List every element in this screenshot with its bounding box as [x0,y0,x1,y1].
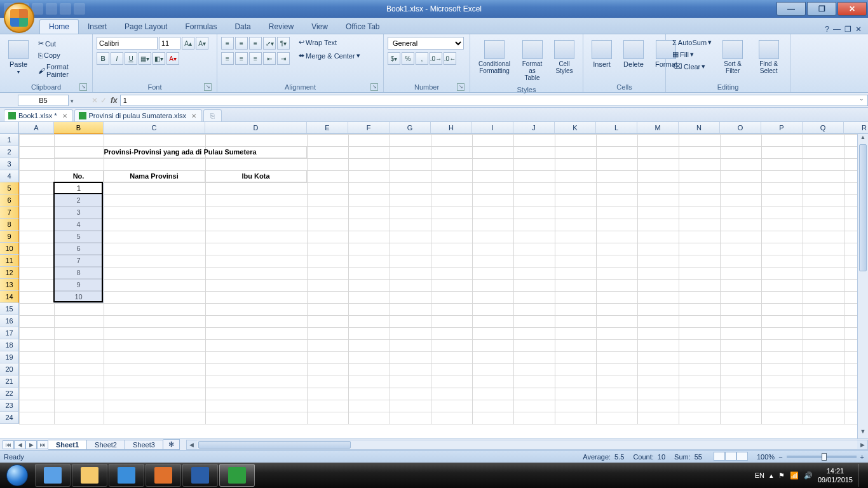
prev-sheet-button[interactable]: ◀ [14,440,25,449]
help-icon[interactable]: ? [825,25,829,34]
page-layout-view-button[interactable] [725,452,736,461]
scroll-thumb[interactable] [198,441,351,449]
maximize-button[interactable]: ❐ [807,2,836,16]
column-header-O[interactable]: O [720,122,761,134]
find-select-button[interactable]: Find & Select [751,37,786,78]
column-header-I[interactable]: I [472,122,513,134]
row-header-3[interactable]: 3 [0,158,19,170]
dialog-launcher-icon[interactable]: ↘ [204,83,212,91]
row-header-14[interactable]: 14 [0,291,19,303]
taskbar-explorer[interactable] [72,464,107,487]
network-icon[interactable]: 📶 [790,471,799,480]
close-button[interactable]: ✕ [837,2,867,16]
sheet-tab-1[interactable]: Sheet1 [48,440,87,450]
name-box[interactable] [18,95,69,106]
chevron-down-icon[interactable]: ▾ [69,98,74,104]
autosum-button[interactable]: ΣAutoSum▾ [670,37,714,48]
scroll-thumb[interactable] [859,144,867,271]
language-indicator[interactable]: EN [755,471,764,479]
grow-font-button[interactable]: A▴ [182,37,194,50]
row-header-6[interactable]: 6 [0,194,19,207]
column-header-E[interactable]: E [307,122,348,134]
percent-button[interactable]: % [402,52,414,65]
row-header-1[interactable]: 1 [0,134,19,146]
column-header-N[interactable]: N [679,122,720,134]
cell-B6[interactable]: 2 [54,194,104,207]
bold-button[interactable]: B [97,52,109,65]
row-header-13[interactable]: 13 [0,279,19,291]
sort-filter-button[interactable]: Sort & Filter [717,37,749,78]
row-header-16[interactable]: 16 [0,315,19,327]
doc-tab-book1[interactable]: Book1.xlsx *✕ [4,109,73,121]
scroll-right-icon[interactable]: ▶ [857,440,867,449]
cell-B14[interactable]: 10 [54,291,104,303]
row-header-5[interactable]: 5 [0,182,19,194]
column-header-A[interactable]: A [19,122,54,134]
shrink-font-button[interactable]: A▾ [196,37,208,50]
cell-B2[interactable]: Provinsi-Provinsi yang ada di Pulau Sume… [54,146,307,158]
cell-styles-button[interactable]: Cell Styles [550,37,579,78]
align-middle-button[interactable]: ≡ [235,37,248,50]
expand-formula-bar-icon[interactable]: ⌄ [855,95,868,106]
cell-B4[interactable]: No. [54,170,104,182]
row-header-22[interactable]: 22 [0,388,19,400]
cell-B11[interactable]: 7 [54,255,104,267]
taskbar-firefox[interactable] [146,464,181,487]
new-doc-tab[interactable]: ⎘ [203,109,222,121]
accounting-format-button[interactable]: $▾ [388,52,400,65]
column-header-H[interactable]: H [431,122,472,134]
clock[interactable]: 14:21 09/01/2015 [818,466,853,484]
cell-B10[interactable]: 6 [54,243,104,255]
row-header-21[interactable]: 21 [0,376,19,388]
cell-D4[interactable]: Ibu Kota [205,170,307,182]
taskbar-word[interactable] [182,464,218,487]
taskbar-ie[interactable] [109,464,144,487]
sheet-tab-3[interactable]: Sheet3 [125,440,163,450]
sheet-tab-2[interactable]: Sheet2 [87,440,125,450]
minimize-button[interactable]: — [776,2,806,16]
row-header-18[interactable]: 18 [0,339,19,351]
zoom-level[interactable]: 100% [757,453,775,461]
fill-color-button[interactable]: ◧▾ [153,52,165,65]
dialog-launcher-icon[interactable]: ↘ [79,83,87,91]
tab-view[interactable]: View [302,20,337,34]
decrease-decimal-button[interactable]: .0← [444,52,456,65]
italic-button[interactable]: I [111,52,123,65]
column-header-P[interactable]: P [761,122,803,134]
new-icon[interactable] [60,3,71,15]
column-header-L[interactable]: L [596,122,637,134]
minimize-ribbon-icon[interactable]: — [833,25,841,34]
scroll-down-icon[interactable]: ▼ [858,428,868,438]
scroll-up-icon[interactable]: ▲ [858,134,868,144]
office-button[interactable] [4,3,34,33]
cell-B9[interactable]: 5 [54,231,104,243]
cell-B12[interactable]: 8 [54,267,104,279]
page-break-view-button[interactable] [736,452,748,461]
row-header-4[interactable]: 4 [0,170,19,182]
tab-home[interactable]: Home [39,19,79,34]
wrap-text-button[interactable]: ↩Wrap Text [296,37,363,48]
dialog-launcher-icon[interactable]: ↘ [457,83,465,91]
cell-C4[interactable]: Nama Provinsi [104,170,205,182]
tab-office-tab[interactable]: Office Tab [337,20,389,34]
decrease-indent-button[interactable]: ⇤ [263,52,276,65]
column-header-F[interactable]: F [348,122,390,134]
close-tab-icon[interactable]: ✕ [62,112,67,119]
cell-grid[interactable]: Provinsi-Provinsi yang ada di Pulau Sume… [19,134,868,438]
copy-button[interactable]: ⎘Copy [36,50,88,60]
row-header-20[interactable]: 20 [0,363,19,376]
select-all-corner[interactable] [0,122,19,134]
row-header-9[interactable]: 9 [0,231,19,243]
row-header-24[interactable]: 24 [0,412,19,424]
row-header-2[interactable]: 2 [0,146,19,158]
row-header-12[interactable]: 12 [0,267,19,279]
zoom-in-button[interactable]: + [860,453,864,461]
restore-window-icon[interactable]: ❐ [844,25,851,34]
delete-cells-button[interactable]: Delete [619,37,648,71]
doc-tab-provinsi[interactable]: Provinsi di pulau Sumatera.xlsx✕ [74,109,202,121]
new-sheet-button[interactable]: ✻ [163,439,180,450]
align-top-button[interactable]: ≡ [221,37,234,50]
row-header-17[interactable]: 17 [0,327,19,339]
row-header-15[interactable]: 15 [0,303,19,315]
font-color-button[interactable]: A▾ [166,52,179,65]
